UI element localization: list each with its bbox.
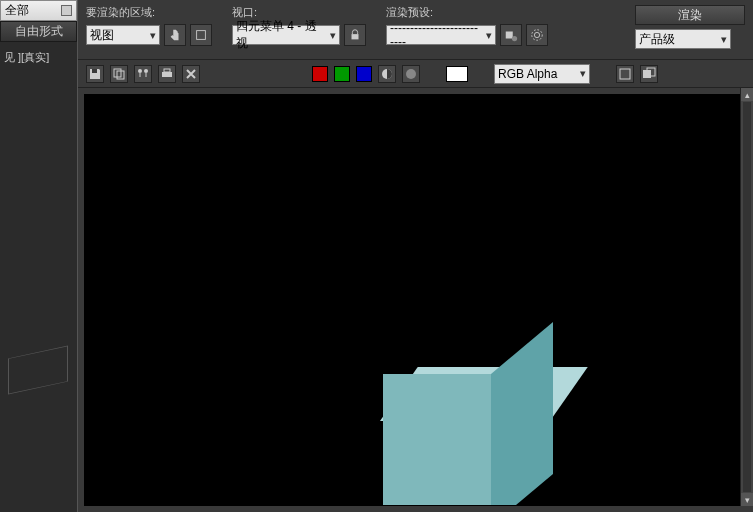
lock-icon[interactable] (344, 24, 366, 46)
production-select[interactable]: 产品级 (635, 29, 731, 49)
svg-rect-11 (162, 72, 172, 77)
print-icon[interactable] (158, 65, 176, 83)
render-area-group: 要渲染的区域: 视图 (86, 5, 212, 59)
render-area-label: 要渲染的区域: (86, 5, 212, 21)
render-button-group: 渲染 产品级 (635, 5, 745, 59)
blue-channel[interactable] (356, 66, 372, 82)
wireframe-plane (8, 346, 68, 395)
preset-settings-icon[interactable] (526, 24, 548, 46)
viewport-select[interactable]: 四元菜单 4 - 透视 (232, 25, 340, 45)
svg-rect-2 (506, 32, 513, 39)
svg-rect-15 (620, 69, 630, 79)
copy-icon[interactable] (110, 65, 128, 83)
render-header: 要渲染的区域: 视图 视口: 四元菜单 4 - 透视 渲染预设: -------… (78, 0, 753, 60)
view-mode-label: 见 ][真实] (0, 42, 77, 73)
vertical-scrollbar[interactable]: ▴ ▾ (740, 88, 753, 506)
preset-select[interactable]: -------------------------- (386, 25, 496, 45)
preset-options-icon[interactable] (500, 24, 522, 46)
svg-point-4 (534, 32, 539, 37)
cube-face-front (383, 374, 491, 506)
current-color-swatch[interactable] (446, 66, 468, 82)
alpha-channel-icon[interactable] (378, 65, 396, 83)
viewer-toolbar: RGB Alpha (78, 60, 753, 88)
render-button[interactable]: 渲染 (635, 5, 745, 25)
svg-point-10 (144, 69, 148, 73)
region-hand-icon[interactable] (164, 24, 186, 46)
scroll-track[interactable] (743, 102, 751, 492)
cube-face-side (491, 322, 553, 506)
dropdown-icon[interactable] (61, 5, 72, 16)
svg-rect-12 (164, 69, 170, 72)
scroll-down-icon[interactable]: ▾ (741, 493, 753, 506)
filter-tab[interactable]: 全部 (0, 0, 77, 21)
viewport-group: 视口: 四元菜单 4 - 透视 (232, 5, 366, 59)
main-panel: 要渲染的区域: 视图 视口: 四元菜单 4 - 透视 渲染预设: -------… (78, 0, 753, 512)
red-channel[interactable] (312, 66, 328, 82)
green-channel[interactable] (334, 66, 350, 82)
svg-point-14 (406, 69, 416, 79)
svg-point-5 (532, 30, 543, 41)
svg-rect-0 (197, 31, 206, 40)
region-crop-icon[interactable] (190, 24, 212, 46)
preset-label: 渲染预设: (386, 5, 548, 21)
left-sidebar: 全部 自由形式 见 ][真实] (0, 0, 78, 512)
preset-group: 渲染预设: -------------------------- (386, 5, 548, 59)
mono-channel-icon[interactable] (402, 65, 420, 83)
svg-rect-1 (352, 34, 359, 39)
clone-icon[interactable] (134, 65, 152, 83)
overlay-toggle-icon[interactable] (640, 65, 658, 83)
svg-point-3 (512, 36, 517, 41)
window-toggle-icon[interactable] (616, 65, 634, 83)
render-area-select[interactable]: 视图 (86, 25, 160, 45)
delete-icon[interactable] (182, 65, 200, 83)
svg-rect-6 (92, 69, 97, 73)
svg-point-9 (138, 69, 142, 73)
freeform-section[interactable]: 自由形式 (0, 21, 77, 42)
scroll-up-icon[interactable]: ▴ (741, 88, 753, 101)
save-icon[interactable] (86, 65, 104, 83)
freeform-label: 自由形式 (15, 23, 63, 40)
channel-select[interactable]: RGB Alpha (494, 64, 590, 84)
filter-label: 全部 (5, 2, 29, 19)
render-viewport[interactable] (84, 94, 747, 506)
